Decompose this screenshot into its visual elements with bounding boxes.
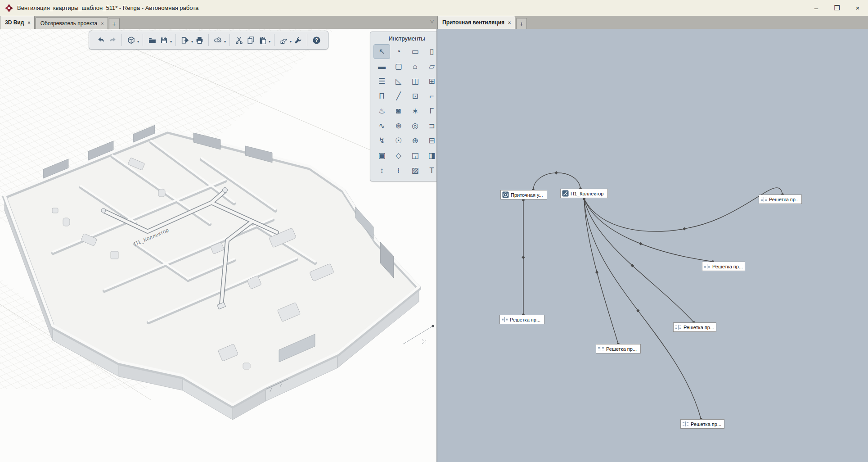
tab-left-1[interactable]: Обозреватель проекта× — [36, 17, 108, 29]
toolbar-group-6: ▾ — [274, 34, 307, 46]
tool-floor[interactable]: ▬ — [374, 59, 390, 73]
tool-fan[interactable]: ∗ — [407, 104, 423, 118]
tool-wall[interactable]: ▯ — [424, 45, 436, 59]
redo-button[interactable] — [107, 34, 118, 46]
edge-midpoint-marker — [595, 271, 598, 274]
tool-roof[interactable]: ⌂ — [407, 59, 423, 73]
paste-button[interactable] — [256, 34, 268, 46]
view-mode-dropdown-icon[interactable]: ▾ — [137, 40, 139, 44]
3d-view-pane[interactable]: П1_Коллектор ▾▾▾▾▾▾? Инструменты ↖◔▭▯▬▢⌂… — [0, 29, 436, 462]
tool-plumbing-fixture[interactable]: ♨ — [374, 104, 390, 118]
collaboration-dropdown-icon[interactable]: ▾ — [224, 40, 226, 44]
tab-row: ▽ 3D Вид×Обозреватель проекта×+ Приточна… — [0, 16, 868, 29]
diagram-node-grille4[interactable]: Решетка пр... — [673, 322, 716, 332]
print-button[interactable] — [193, 34, 205, 46]
tool-assembly[interactable]: ⊡ — [407, 89, 423, 103]
grille-icon — [682, 421, 689, 427]
tool-air-handling-unit[interactable]: ⊛ — [391, 119, 406, 133]
tool-duct-elbow[interactable]: Γ — [424, 104, 436, 118]
tool-opening[interactable]: ▢ — [391, 59, 406, 73]
tool-socket[interactable]: ⊟ — [424, 134, 436, 148]
right-tab-strip: Приточная вентиляция×+ — [437, 16, 868, 29]
tab-left-0[interactable]: 3D Вид× — [0, 16, 35, 29]
open-project-button[interactable] — [146, 34, 158, 46]
tool-text[interactable]: T — [424, 163, 436, 177]
copy-button[interactable] — [245, 34, 256, 46]
plumbing-fixture-icon: ♨ — [378, 106, 385, 116]
stairs-icon: ☰ — [378, 77, 385, 86]
new-tab-button[interactable]: + — [109, 18, 120, 29]
tool-stairs[interactable]: ☰ — [374, 74, 390, 88]
door-icon: ◫ — [411, 77, 418, 86]
tool-railing[interactable]: Π — [374, 89, 390, 103]
node-label: Решетка пр... — [510, 317, 540, 322]
tool-window[interactable]: ⊞ — [424, 74, 436, 88]
tool-electrical-panel[interactable]: ▣ — [374, 149, 390, 163]
export-dropdown-icon[interactable]: ▾ — [191, 40, 193, 44]
diagram-node-grille5[interactable]: Решетка пр... — [596, 344, 641, 353]
tool-duct[interactable]: ⊐ — [424, 119, 436, 133]
help-button[interactable]: ? — [310, 34, 322, 46]
tab-right-0[interactable]: Приточная вентиляция× — [437, 16, 515, 29]
diagram-node-grille6[interactable]: Решетка пр... — [680, 419, 724, 429]
paste-dropdown-icon[interactable]: ▾ — [269, 40, 270, 44]
tool-duct-transition[interactable]: ◎ — [407, 119, 423, 133]
tool-model-assembly[interactable]: ◱ — [407, 149, 423, 163]
tab-close-icon[interactable]: × — [508, 20, 511, 25]
restore-button[interactable]: ❐ — [827, 0, 847, 16]
settings-button[interactable] — [292, 34, 304, 46]
tool-dimension[interactable]: ↕ — [374, 163, 390, 177]
title-bar: Вентиляция_квартиры_шаблон_511* - Renga … — [0, 0, 868, 16]
tab-close-icon[interactable]: × — [27, 20, 30, 25]
node-label: П1_Коллектор — [571, 191, 603, 196]
tool-beam[interactable]: ▱ — [424, 59, 436, 73]
tool-hatch[interactable]: ▨ — [407, 163, 423, 177]
toolbar-group-1: ▾ — [122, 34, 143, 46]
collaboration-button[interactable] — [212, 34, 224, 46]
tab-close-icon[interactable]: × — [101, 21, 103, 26]
tool-level[interactable]: ◔ — [391, 45, 406, 59]
ramp-icon: ◺ — [396, 77, 401, 86]
tool-column[interactable]: ▭ — [407, 45, 423, 59]
renga-logo-icon — [4, 4, 13, 13]
tool-duct-fitting[interactable]: ⌐ — [424, 89, 436, 103]
tool-door[interactable]: ◫ — [407, 74, 423, 88]
save-dropdown-icon[interactable]: ▾ — [170, 40, 172, 44]
tool-ramp[interactable]: ◺ — [391, 74, 406, 88]
object-styles-button[interactable] — [278, 34, 289, 46]
tool-niche[interactable]: ◨ — [424, 149, 436, 163]
tool-electrical-route[interactable]: ↯ — [374, 134, 390, 148]
duct-transition-icon: ◎ — [412, 121, 418, 131]
tab-overflow-icon[interactable]: ▽ — [430, 19, 434, 24]
diagram-node-grille2[interactable]: Решетка пр... — [702, 262, 745, 271]
diagram-node-grille1[interactable]: Решетка пр... — [759, 195, 802, 204]
diagram-node-collector[interactable]: П1_Коллектор — [560, 189, 608, 198]
diagram-edge-collector-grille1 — [584, 188, 783, 231]
node-label: Решетка пр... — [712, 264, 743, 269]
diagram-edge-collector-grille2 — [584, 199, 713, 262]
close-button[interactable]: × — [847, 0, 868, 16]
tool-pipe-route[interactable]: ∿ — [374, 119, 390, 133]
object-styles-dropdown-icon[interactable]: ▾ — [290, 40, 292, 44]
tool-light-fixture[interactable]: ☉ — [391, 134, 406, 148]
tool-solid[interactable]: ◇ — [391, 149, 406, 163]
export-button[interactable] — [179, 34, 191, 46]
tool-spline[interactable]: ≀ — [391, 163, 406, 177]
view-mode-button[interactable] — [125, 34, 137, 46]
tab-label: Обозреватель проекта — [40, 20, 97, 27]
diagram-node-grille3[interactable]: Решетка пр... — [499, 315, 544, 324]
diagram-node-ahu[interactable]: Приточная у... — [500, 190, 547, 199]
tool-select[interactable]: ↖ — [374, 45, 390, 59]
save-button[interactable] — [158, 34, 170, 46]
minimize-button[interactable]: – — [806, 0, 827, 16]
grille-icon — [675, 324, 682, 331]
air-handling-unit-icon: ⊛ — [395, 121, 401, 131]
tool-wiring-accessory[interactable]: ⊕ — [407, 134, 423, 148]
cut-button[interactable] — [233, 34, 245, 46]
new-tab-button[interactable]: + — [516, 18, 527, 29]
supply-ventilation-diagram-pane[interactable]: Приточная у...П1_КоллекторРешетка пр...Р… — [437, 29, 868, 462]
undo-button[interactable] — [95, 34, 107, 46]
tool-equipment[interactable]: ◙ — [391, 104, 406, 118]
tool-line[interactable]: ╱ — [391, 89, 406, 103]
spline-icon: ≀ — [397, 166, 400, 175]
